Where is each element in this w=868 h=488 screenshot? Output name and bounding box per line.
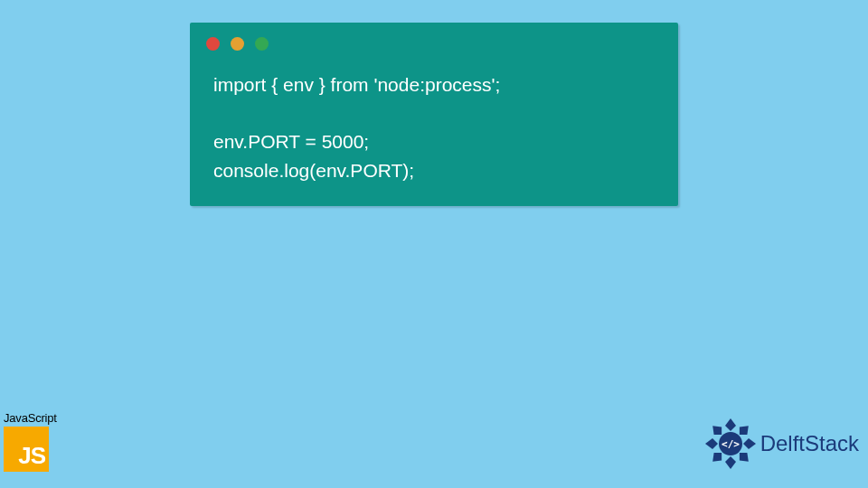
svg-marker-2 <box>743 438 756 449</box>
code-body: import { env } from 'node:process'; env.… <box>190 63 678 184</box>
minimize-icon <box>231 37 244 51</box>
svg-text:</>: </> <box>722 438 740 450</box>
close-icon <box>206 37 220 51</box>
javascript-badge: JavaScript JS <box>4 411 57 472</box>
javascript-label: JavaScript <box>4 411 57 425</box>
javascript-logo-icon: JS <box>4 427 49 472</box>
maximize-icon <box>255 37 269 51</box>
code-window: import { env } from 'node:process'; env.… <box>190 23 678 206</box>
svg-marker-0 <box>725 418 736 431</box>
code-line-3: console.log(env.PORT); <box>213 156 655 185</box>
code-blank-line <box>213 99 655 128</box>
delftstack-emblem-icon: </> <box>703 416 759 472</box>
svg-marker-4 <box>725 456 736 469</box>
window-controls <box>190 23 678 63</box>
delftstack-text: DelftStack <box>760 431 859 456</box>
code-line-2: env.PORT = 5000; <box>213 127 655 156</box>
code-line-1: import { env } from 'node:process'; <box>213 70 655 99</box>
svg-marker-6 <box>705 438 718 449</box>
javascript-logo-text: JS <box>18 442 45 470</box>
delftstack-logo: </> DelftStack <box>703 416 859 472</box>
